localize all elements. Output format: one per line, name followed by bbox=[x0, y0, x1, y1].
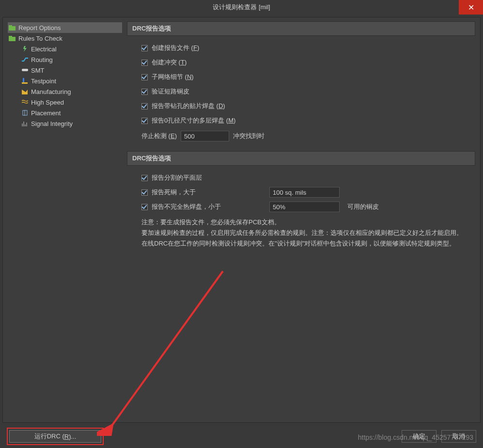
check-multilayer-pads[interactable]: 报告0孔径尺寸的多层焊盘 (M) bbox=[141, 113, 470, 128]
checkbox-icon[interactable] bbox=[141, 45, 148, 51]
sidebar-item-label: Routing bbox=[31, 56, 53, 63]
manufacturing-icon bbox=[21, 89, 28, 94]
sidebar-item-label: Manufacturing bbox=[31, 88, 71, 95]
thermal-trail: 可用的铜皮 bbox=[347, 202, 379, 211]
testpoint-icon bbox=[21, 78, 28, 84]
close-button[interactable]: ✕ bbox=[459, 0, 483, 15]
stop-trail: 冲突找到时 bbox=[233, 132, 265, 140]
sidebar-item-testpoint[interactable]: Testpoint bbox=[8, 76, 122, 86]
dialog-body: Report Options Rules To Check Electrical… bbox=[2, 17, 481, 423]
content-panel: DRC报告选项 创建报告文件 (F) 创建冲突 (T) 子网络细节 (N) 验证… bbox=[124, 17, 480, 422]
svg-rect-3 bbox=[9, 36, 12, 37]
checkbox-icon[interactable] bbox=[141, 175, 148, 181]
section1-header: DRC报告选项 bbox=[127, 21, 475, 36]
sidebar-item-label: Rules To Check bbox=[18, 35, 62, 42]
thermal-input[interactable] bbox=[269, 201, 340, 212]
checkbox-icon[interactable] bbox=[141, 103, 148, 109]
note-text: 注意：要生成报告文件，您必须先保存PCB文档。 要加速规则检查的过程，仅启用完成… bbox=[141, 217, 470, 249]
svg-marker-8 bbox=[22, 90, 28, 94]
check-split-plane[interactable]: 报告分割的平面层 bbox=[141, 170, 470, 185]
stop-label: 停止检测 (E) bbox=[141, 132, 177, 140]
sidebar-item-signal-integrity[interactable]: Signal Integrity bbox=[8, 118, 122, 129]
sidebar-item-report-options[interactable]: Report Options bbox=[8, 22, 122, 33]
folder-icon bbox=[9, 35, 16, 41]
bottom-bar: 运行DRC (R)... 确定 取消 bbox=[0, 425, 483, 448]
check-drilled-smt[interactable]: 报告带钻孔的贴片焊盘 (D) bbox=[141, 99, 470, 113]
close-icon: ✕ bbox=[468, 3, 474, 12]
check-dead-copper-label: 报告死铜，大于 bbox=[152, 188, 196, 197]
cancel-button[interactable]: 取消 bbox=[441, 430, 476, 443]
signal-icon bbox=[21, 121, 28, 126]
svg-rect-2 bbox=[9, 37, 16, 41]
title-bar: 设计规则检查器 [mil] ✕ bbox=[0, 0, 483, 15]
check-create-violations[interactable]: 创建冲突 (T) bbox=[141, 55, 470, 70]
sidebar-item-high-speed[interactable]: High Speed bbox=[8, 97, 122, 108]
window-title: 设计规则检查器 [mil] bbox=[213, 3, 270, 12]
sidebar-item-placement[interactable]: Placement bbox=[8, 108, 122, 118]
svg-rect-1 bbox=[9, 25, 12, 27]
sidebar-item-label: Signal Integrity bbox=[31, 120, 73, 127]
check-thermal-label: 报告不完全热焊盘，小于 bbox=[152, 202, 221, 211]
checkbox-icon[interactable] bbox=[141, 189, 148, 196]
section1-body: 创建报告文件 (F) 创建冲突 (T) 子网络细节 (N) 验证短路铜皮 报告带… bbox=[127, 36, 475, 151]
check-create-report[interactable]: 创建报告文件 (F) bbox=[141, 41, 470, 55]
checkbox-icon[interactable] bbox=[141, 74, 148, 80]
routing-icon bbox=[21, 57, 28, 62]
electrical-icon bbox=[21, 46, 28, 52]
sidebar-item-manufacturing[interactable]: Manufacturing bbox=[8, 86, 122, 97]
svg-rect-5 bbox=[22, 69, 28, 71]
smt-icon bbox=[21, 67, 28, 73]
section2-header: DRC报告选项 bbox=[127, 151, 475, 166]
svg-rect-0 bbox=[9, 26, 16, 31]
checkbox-icon[interactable] bbox=[141, 204, 148, 210]
sidebar-item-label: Testpoint bbox=[31, 77, 56, 85]
sidebar-item-rules-to-check[interactable]: Rules To Check bbox=[8, 33, 122, 44]
stop-input[interactable] bbox=[181, 131, 229, 141]
check-verify-short-copper[interactable]: 验证短路铜皮 bbox=[141, 84, 470, 99]
svg-rect-7 bbox=[22, 82, 28, 84]
sidebar-item-label: SMT bbox=[31, 67, 44, 74]
sidebar-item-label: Placement bbox=[31, 109, 61, 117]
high-speed-icon bbox=[21, 99, 28, 105]
stop-row: 停止检测 (E) 冲突找到时 bbox=[141, 128, 470, 144]
sidebar-item-label: High Speed bbox=[31, 99, 64, 106]
run-drc-button[interactable]: 运行DRC (R)... bbox=[9, 430, 101, 443]
sidebar-item-smt[interactable]: SMT bbox=[8, 65, 122, 76]
checkbox-icon[interactable] bbox=[141, 89, 148, 95]
sidebar-item-label: Report Options bbox=[18, 24, 61, 31]
checkbox-icon[interactable] bbox=[141, 118, 148, 124]
check-thermal-row: 报告不完全热焊盘，小于 可用的铜皮 bbox=[141, 200, 470, 214]
folder-icon bbox=[9, 25, 16, 31]
checkbox-icon[interactable] bbox=[141, 60, 148, 66]
svg-marker-4 bbox=[23, 46, 27, 52]
ok-button[interactable]: 确定 bbox=[402, 430, 436, 443]
placement-icon bbox=[21, 110, 28, 116]
run-highlight: 运行DRC (R)... bbox=[7, 428, 104, 445]
check-subnet-details[interactable]: 子网络细节 (N) bbox=[141, 70, 470, 84]
sidebar-item-label: Electrical bbox=[31, 46, 57, 53]
dead-copper-input[interactable] bbox=[269, 187, 340, 198]
sidebar-item-routing[interactable]: Routing bbox=[8, 54, 122, 65]
section2-body: 报告分割的平面层 报告死铜，大于 报告不完全热焊盘，小于 可用的铜皮 注意：要生… bbox=[127, 166, 475, 256]
check-dead-copper-row: 报告死铜，大于 bbox=[141, 185, 470, 200]
svg-rect-6 bbox=[23, 78, 24, 83]
sidebar: Report Options Rules To Check Electrical… bbox=[3, 17, 124, 422]
sidebar-item-electrical[interactable]: Electrical bbox=[8, 44, 122, 54]
